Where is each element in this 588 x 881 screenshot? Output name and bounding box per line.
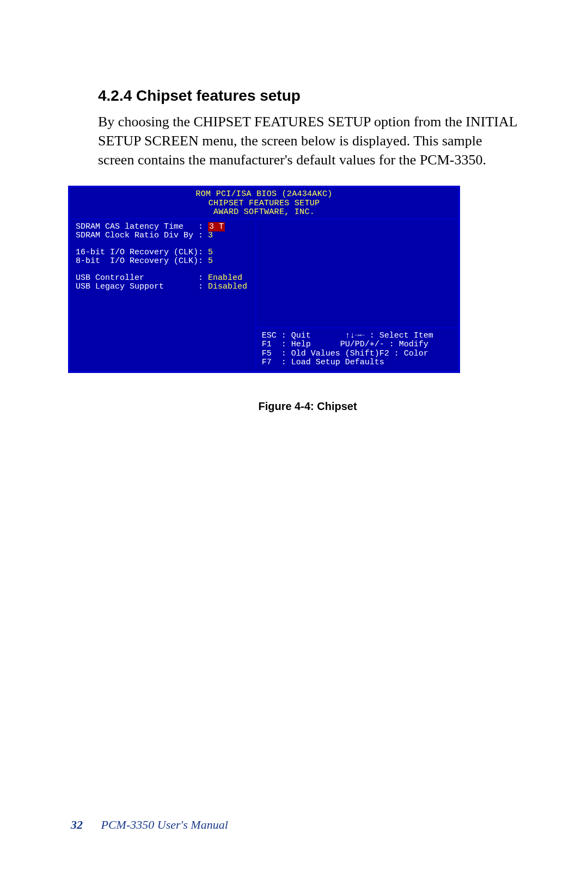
option-separator: :	[198, 248, 208, 257]
intro-paragraph: By choosing the CHIPSET FEATURES SETUP o…	[98, 112, 517, 169]
bios-header-line: CHIPSET FEATURES SETUP	[70, 199, 458, 209]
option-value[interactable]: 3 T	[208, 222, 225, 231]
page-number: 32	[71, 818, 83, 831]
bios-body: SDRAM CAS latency Time : 3 TSDRAM Clock …	[70, 218, 458, 371]
option-separator: :	[193, 273, 208, 283]
option-label: SDRAM Clock Ratio Div By	[76, 231, 193, 240]
option-separator: :	[193, 231, 208, 240]
help-line: ESC : Quit ↑↓→← : Select Item	[262, 332, 452, 341]
option-value[interactable]: 5	[208, 248, 213, 257]
manual-page: 4.2.4 Chipset features setup By choosing…	[0, 0, 588, 413]
bios-header-line: AWARD SOFTWARE, INC.	[70, 208, 458, 217]
section-heading: 4.2.4 Chipset features setup	[98, 87, 517, 105]
bios-option-row[interactable]: 16-bit I/O Recovery (CLK): 5	[76, 248, 250, 258]
option-spacer	[76, 266, 250, 274]
option-label: USB Legacy Support	[76, 282, 193, 291]
help-line: F1 : Help PU/PD/+/- : Modify	[262, 340, 452, 350]
bios-option-row[interactable]: USB Legacy Support : Disabled	[76, 283, 250, 292]
option-spacer	[76, 241, 250, 248]
help-line: F5 : Old Values (Shift)F2 : Color	[262, 350, 452, 359]
bios-help-box: ESC : Quit ↑↓→← : Select Item F1 : Help …	[256, 327, 458, 371]
option-label: USB Controller	[76, 273, 193, 283]
bios-header-line: ROM PCI/ISA BIOS (2A434AKC)	[70, 190, 458, 199]
bios-right-panel: ESC : Quit ↑↓→← : Select Item F1 : Help …	[256, 219, 458, 371]
option-separator: :	[193, 222, 208, 231]
bios-right-top	[256, 219, 458, 327]
option-label: 8-bit I/O Recovery (CLK)	[76, 256, 198, 266]
option-value[interactable]: 5	[208, 256, 213, 266]
option-separator: :	[198, 256, 208, 266]
figure-caption: Figure 4-4: Chipset	[98, 400, 517, 413]
doc-title: PCM-3350 User's Manual	[101, 818, 228, 831]
bios-header: ROM PCI/ISA BIOS (2A434AKC) CHIPSET FEAT…	[70, 188, 458, 218]
option-separator: :	[193, 282, 208, 291]
bios-option-row[interactable]: SDRAM CAS latency Time : 3 T	[76, 223, 250, 232]
option-label: SDRAM CAS latency Time	[76, 222, 193, 231]
option-value[interactable]: 3	[208, 231, 213, 240]
option-value[interactable]: Enabled	[208, 273, 242, 283]
bios-option-row[interactable]: SDRAM Clock Ratio Div By : 3	[76, 231, 250, 241]
option-value[interactable]: Disabled	[208, 282, 247, 291]
bios-option-row[interactable]: USB Controller : Enabled	[76, 274, 250, 283]
page-footer: 32 PCM-3350 User's Manual	[71, 818, 228, 832]
bios-option-row[interactable]: 8-bit I/O Recovery (CLK): 5	[76, 257, 250, 266]
bios-screenshot: ROM PCI/ISA BIOS (2A434AKC) CHIPSET FEAT…	[68, 186, 460, 373]
bios-left-panel: SDRAM CAS latency Time : 3 TSDRAM Clock …	[70, 219, 256, 371]
option-label: 16-bit I/O Recovery (CLK)	[76, 248, 198, 257]
help-line: F7 : Load Setup Defaults	[262, 358, 452, 368]
